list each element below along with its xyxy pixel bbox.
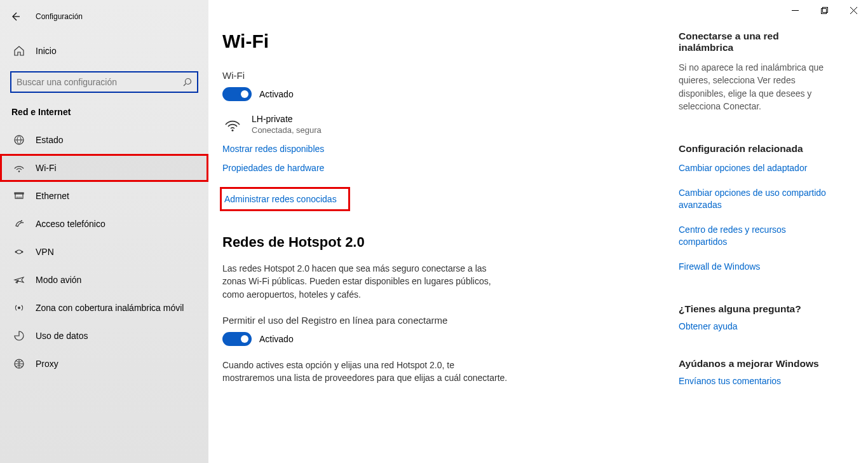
search-input[interactable] [17,77,183,87]
sidebar-item-home[interactable]: Inicio [0,38,208,64]
sidebar-item-label: Wi-Fi [36,163,57,173]
svg-point-11 [22,222,24,223]
link-manage-known-networks[interactable]: Administrar redes conocidas [224,194,337,204]
sidebar: Configuración Inicio Red e Internet Esta… [0,0,208,463]
titlebar-left: Configuración [0,6,208,27]
search-icon [183,78,192,86]
help-title: ¿Tienes alguna pregunta? [679,303,834,315]
wifi-toggle[interactable] [222,87,252,101]
sidebar-item-ethernet[interactable]: Ethernet [0,182,208,210]
vpn-icon [13,246,25,258]
link-sharing-options[interactable]: Cambiar opciones de uso compartido avanz… [679,187,834,211]
close-button[interactable] [839,0,868,20]
category-label: Red e Internet [11,107,208,117]
wifi-toggle-label: Activado [259,89,294,99]
sidebar-item-hotspot[interactable]: Zona con cobertura inalámbrica móvil [0,294,208,322]
sidebar-item-datausage[interactable]: Uso de datos [0,322,208,350]
back-icon[interactable] [10,11,20,22]
search-container [10,71,198,93]
svg-point-10 [21,220,22,221]
sidebar-item-wifi[interactable]: Wi-Fi [0,154,208,182]
hotspot-description: Las redes Hotspot 2.0 hacen que sea más … [222,262,508,301]
related-links: Cambiar opciones del adaptador Cambiar o… [679,162,834,272]
link-network-center[interactable]: Centro de redes y recursos compartidos [679,224,834,248]
wifi-section-label: Wi-Fi [222,70,679,81]
sidebar-item-label: Proxy [36,359,58,369]
hotspot-title: Redes de Hotspot 2.0 [222,234,679,251]
link-show-networks[interactable]: Mostrar redes disponibles [222,144,324,154]
svg-line-1 [184,84,186,86]
page-title: Wi-Fi [222,31,679,52]
hotspot-toggle-row: Activado [222,332,679,346]
hotspot-permit-label: Permitir el uso del Registro en línea pa… [222,315,679,326]
network-status: Conectada, segura [252,125,322,135]
current-network-row[interactable]: LH-private Conectada, segura [224,114,679,135]
link-send-feedback[interactable]: Envíanos tus comentarios [679,376,781,386]
sidebar-item-label: Acceso telefónico [36,219,105,229]
maximize-button[interactable] [810,0,839,20]
highlighted-link-box: Administrar redes conocidas [220,187,350,211]
sidebar-item-label: Zona con cobertura inalámbrica móvil [36,303,184,313]
sidebar-item-proxy[interactable]: Proxy [0,350,208,378]
svg-point-23 [231,129,233,131]
link-hardware-properties[interactable]: Propiedades de hardware [222,163,324,173]
sidebar-item-vpn[interactable]: VPN [0,238,208,266]
sidebar-item-status[interactable]: Estado [0,126,208,154]
hotspot-toggle[interactable] [222,332,252,346]
svg-point-0 [186,79,191,85]
right-column: Conectarse a una red inalámbrica Si no a… [679,0,847,463]
sidebar-item-label: Ethernet [36,191,69,201]
app-title: Configuración [36,12,83,21]
datausage-icon [13,330,25,342]
hotspot-toggle-label: Activado [259,334,294,344]
nav-list: Estado Wi-Fi Ethernet Acceso telefónico … [0,126,208,378]
link-windows-firewall[interactable]: Firewall de Windows [679,261,834,273]
sidebar-item-airplane[interactable]: Modo avión [0,266,208,294]
link-get-help[interactable]: Obtener ayuda [679,321,738,331]
hotspot-description-2: Cuando actives esta opción y elijas una … [222,359,508,385]
ethernet-icon [13,190,25,202]
wifi-toggle-row: Activado [222,87,679,101]
sidebar-item-label: Modo avión [36,275,81,285]
related-title: Configuración relacionada [679,143,834,155]
minimize-button[interactable] [780,0,810,20]
sidebar-item-label: Estado [36,135,64,145]
search-box[interactable] [10,71,198,93]
hotspot-icon [13,302,25,314]
svg-point-4 [18,170,20,172]
status-icon [13,134,25,146]
svg-rect-20 [822,7,827,12]
feedback-block: Ayúdanos a mejorar Windows Envíanos tus … [679,358,834,386]
sidebar-item-label: Uso de datos [36,331,88,341]
sidebar-item-label: Inicio [36,46,57,56]
network-name: LH-private [252,114,322,124]
sidebar-item-label: VPN [36,247,54,257]
main: Wi-Fi Wi-Fi Activado LH-private Conectad… [208,0,868,463]
wifi-icon [13,162,25,174]
svg-rect-19 [821,8,826,13]
svg-point-14 [18,307,20,309]
connect-text: Si no aparece la red inalámbrica que qui… [679,61,834,113]
sidebar-item-dialup[interactable]: Acceso telefónico [0,210,208,238]
window-controls [780,0,868,20]
link-adapter-options[interactable]: Cambiar opciones del adaptador [679,162,834,174]
help-block: ¿Tienes alguna pregunta? Obtener ayuda [679,303,834,331]
home-icon [13,45,25,57]
dialup-icon [13,218,25,230]
feedback-title: Ayúdanos a mejorar Windows [679,358,834,370]
content: Wi-Fi Wi-Fi Activado LH-private Conectad… [208,0,679,463]
proxy-icon [13,358,25,370]
wifi-connected-icon [224,116,240,134]
airplane-icon [13,274,25,286]
connect-title: Conectarse a una red inalámbrica [679,31,834,53]
